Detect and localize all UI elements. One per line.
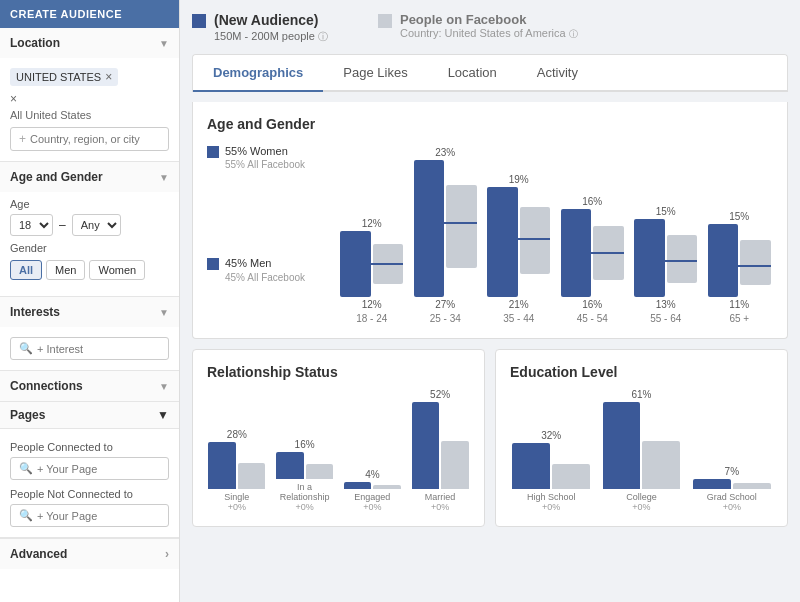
- bar-label: Engaged: [354, 492, 390, 502]
- tab-activity[interactable]: Activity: [517, 55, 598, 92]
- age-gender-section-header[interactable]: Age and Gender ▼: [0, 162, 179, 192]
- bar-label: Single: [224, 492, 249, 502]
- interests-search-wrapper[interactable]: 🔍: [10, 337, 169, 360]
- women-bar-bg: [520, 207, 550, 238]
- simple-bar-group: 32% High School +0%: [510, 382, 592, 512]
- simple-bar-group: 4% Engaged +0%: [343, 382, 403, 512]
- location-content: UNITED STATES × × All United States +: [0, 58, 179, 161]
- location-input-wrapper[interactable]: +: [10, 127, 169, 151]
- secondary-bar: [373, 485, 400, 489]
- men-bar-bg: [446, 224, 476, 268]
- bar-sublabel: +0%: [295, 502, 313, 512]
- location-section-header[interactable]: Location ▼: [0, 28, 179, 58]
- location-remove-all-icon[interactable]: ×: [10, 92, 17, 106]
- women-legend-box: [207, 146, 219, 158]
- education-level-title: Education Level: [510, 364, 773, 380]
- age-range-label: 65 +: [729, 313, 749, 324]
- age-bar-group: 19% 21% 35 - 44: [485, 144, 553, 324]
- men-bar-bg: [593, 254, 623, 280]
- age-to-select[interactable]: Any253565+: [72, 214, 121, 236]
- simple-bar-group: 61% College +0%: [600, 382, 682, 512]
- interests-section-header[interactable]: Interests ▼: [0, 297, 179, 327]
- women-bar-bg: [446, 185, 476, 222]
- location-tag[interactable]: UNITED STATES ×: [10, 68, 118, 86]
- women-bar: [708, 224, 738, 265]
- people-not-connected-input[interactable]: [37, 510, 160, 522]
- age-gender-content: Age 182125 – Any253565+ Gender All Men W…: [0, 192, 179, 296]
- age-range-label: 25 - 34: [430, 313, 461, 324]
- men-bar-bg: [373, 265, 403, 284]
- location-chevron: ▼: [159, 38, 169, 49]
- interests-search-input[interactable]: [37, 343, 160, 355]
- new-audience-block: (New Audience) 150M - 200M people ⓘ: [192, 12, 328, 44]
- primary-bar: [693, 479, 731, 489]
- interests-label: Interests: [10, 305, 60, 319]
- women-pct-label: 16%: [582, 196, 602, 207]
- secondary-bar: [733, 483, 771, 489]
- bar-label: In a Relationship: [275, 482, 335, 502]
- primary-bar: [208, 442, 235, 489]
- new-audience-info: (New Audience) 150M - 200M people ⓘ: [214, 12, 328, 44]
- age-range-label: 55 - 64: [650, 313, 681, 324]
- age-gender-section: Age and Gender ▼ Age 182125 – Any253565+…: [0, 162, 179, 297]
- secondary-bar: [441, 441, 468, 489]
- people-not-connected-search[interactable]: 🔍: [10, 504, 169, 527]
- location-input[interactable]: [30, 133, 160, 145]
- gender-women-button[interactable]: Women: [89, 260, 145, 280]
- interests-content: 🔍: [0, 327, 179, 370]
- advanced-chevron-right-icon: ›: [165, 547, 169, 561]
- interests-section: Interests ▼ 🔍: [0, 297, 179, 371]
- men-pct-label: 11%: [729, 299, 749, 310]
- tab-location[interactable]: Location: [428, 55, 517, 92]
- secondary-bar: [642, 441, 680, 489]
- women-bar-bg: [667, 235, 697, 260]
- people-connected-search[interactable]: 🔍: [10, 457, 169, 480]
- bar-pct-label: 61%: [631, 389, 651, 400]
- age-range-label: 18 - 24: [356, 313, 387, 324]
- primary-bar: [276, 452, 303, 479]
- men-pct-label: 12%: [362, 299, 382, 310]
- age-bar-group: 15% 11% 65 +: [706, 144, 774, 324]
- people-connected-search-icon: 🔍: [19, 462, 33, 475]
- relationship-status-card: Relationship Status 28% Single +0% 16% I…: [192, 349, 485, 527]
- secondary-bar: [552, 464, 590, 489]
- tab-page-likes[interactable]: Page Likes: [323, 55, 427, 92]
- age-range-label: 45 - 54: [577, 313, 608, 324]
- gender-row: All Men Women: [10, 260, 169, 280]
- gender-all-button[interactable]: All: [10, 260, 42, 280]
- women-bar: [634, 219, 664, 260]
- age-from-select[interactable]: 182125: [10, 214, 53, 236]
- men-pct-label: 16%: [582, 299, 602, 310]
- new-audience-size: 150M - 200M people ⓘ: [214, 30, 328, 44]
- men-bar: [487, 240, 517, 297]
- gender-men-button[interactable]: Men: [46, 260, 85, 280]
- women-bar-bg: [373, 244, 403, 263]
- tab-demographics[interactable]: Demographics: [193, 55, 323, 92]
- gender-label: Gender: [10, 242, 169, 254]
- bar-sublabel: +0%: [723, 502, 741, 512]
- tabs: Demographics Page Likes Location Activit…: [193, 55, 787, 92]
- connections-section: Connections ▼: [0, 371, 179, 402]
- spacer: [207, 186, 322, 256]
- women-pct-label: 12%: [362, 218, 382, 229]
- men-bar-bg: [667, 262, 697, 283]
- men-bar-bg: [740, 267, 770, 285]
- connections-chevron: ▼: [159, 381, 169, 392]
- main-content: (New Audience) 150M - 200M people ⓘ Peop…: [180, 0, 800, 602]
- education-level-card: Education Level 32% High School +0% 61% …: [495, 349, 788, 527]
- pages-label: Pages: [10, 408, 45, 422]
- age-bar-group: 23% 27% 25 - 34: [412, 144, 480, 324]
- simple-bar-group: 52% Married +0%: [410, 382, 470, 512]
- location-remove-icon[interactable]: ×: [105, 70, 112, 84]
- primary-bar: [512, 443, 550, 489]
- people-connected-input[interactable]: [37, 463, 160, 475]
- pages-section-header[interactable]: Pages ▼: [0, 402, 179, 429]
- bar-pct-label: 52%: [430, 389, 450, 400]
- age-bar-group: 16% 16% 45 - 54: [559, 144, 627, 324]
- facebook-audience-color-box: [378, 14, 392, 28]
- age-label: Age: [10, 198, 169, 210]
- advanced-section[interactable]: Advanced ›: [0, 538, 179, 569]
- connections-section-header[interactable]: Connections ▼: [0, 371, 179, 401]
- advanced-label: Advanced: [10, 547, 67, 561]
- education-chart: 32% High School +0% 61% College +0% 7% G…: [510, 392, 773, 512]
